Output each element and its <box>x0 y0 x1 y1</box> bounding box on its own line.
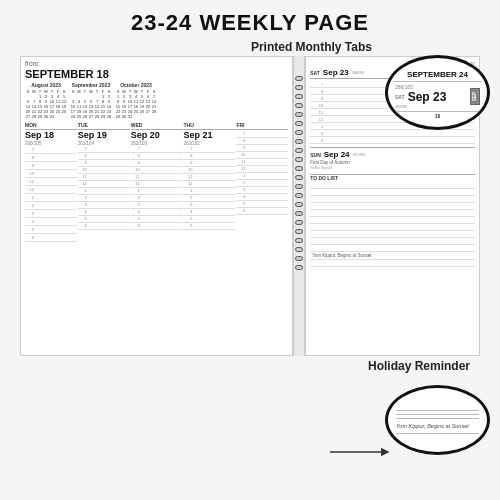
page-title: 23-24 WEEKLY PAGE <box>131 10 369 36</box>
day-col-mon: MON Sep 18 260/105 7 8 9 10 11 12 1 2 <box>25 122 77 242</box>
sun-section: SUN Sep 24 267/98 First Day of Autumn To… <box>310 147 475 170</box>
todo-header: TO DO LIST <box>310 175 475 181</box>
day-col-wed: WED Sep 20 262/103 7 8 9 10 11 12 1 2 <box>131 122 183 242</box>
day-col-thu: THU Sep 21 263/102 7 8 9 10 11 12 1 2 <box>184 122 236 242</box>
left-page: from: SEPTEMBER 18 August 2023 SMTWTFS 1… <box>20 56 293 356</box>
label-monthly-tabs: Printed Monthly Tabs <box>10 40 380 54</box>
zoom-holiday-text: Yom Kippur, Begins at Sunset <box>396 423 469 429</box>
mini-cal-oct: October 2023 SMTWTFS 1234567 89101112131… <box>115 82 157 120</box>
day-columns: MON Sep 18 260/105 7 8 9 10 11 12 1 2 <box>25 122 288 242</box>
zoom-to-label: to <box>393 63 482 69</box>
holiday-line: Yom Kippur, Begins at Sunset <box>310 252 475 260</box>
zoom-header: SEPTEMBER 24 <box>393 70 482 82</box>
zoom-sat-label: SAT <box>395 94 405 100</box>
day-col-fri: FRI 7 8 9 10 11 12 1 2 3 <box>236 122 288 242</box>
first-day-note: First Day of Autumn <box>310 160 475 165</box>
todo-section: TO DO LIST Yom Kippur, Begins at Sunset <box>310 174 475 267</box>
bottom-labels: Holiday Reminder <box>0 359 500 373</box>
mini-calendars: August 2023 SMTWTFS 12345 6789101112 131… <box>25 82 288 120</box>
mini-cal-aug: August 2023 SMTWTFS 12345 6789101112 131… <box>25 82 67 120</box>
zoom-circle-bottom: Yom Kippur, Begins at Sunset <box>385 385 490 455</box>
main-container: 23-24 WEEKLY PAGE Printed Monthly Tabs f… <box>0 0 500 500</box>
labels-row: Printed Monthly Tabs <box>0 40 500 54</box>
spiral-binding <box>293 56 305 356</box>
zoom-tab-num: 16 <box>393 111 482 119</box>
mini-cal-sep: September 2023 SMTWTFS 12 3456789 101112… <box>70 82 112 120</box>
holiday-text: Yom Kippur, Begins at Sunset <box>310 253 371 258</box>
zoom-circle-top: to SEPTEMBER 24 266/105 SAT Sep 23 266/9… <box>385 55 490 130</box>
day-col-tue: TUE Sep 19 261/104 7 8 9 10 11 12 1 2 <box>78 122 130 242</box>
label-holiday: Holiday Reminder <box>368 359 470 373</box>
month-title: SEPTEMBER 18 <box>25 68 288 80</box>
zoom-sep23: Sep 23 <box>408 90 447 104</box>
zoom-sep-tab: SEP <box>470 88 480 105</box>
from-label: from: <box>25 60 288 67</box>
